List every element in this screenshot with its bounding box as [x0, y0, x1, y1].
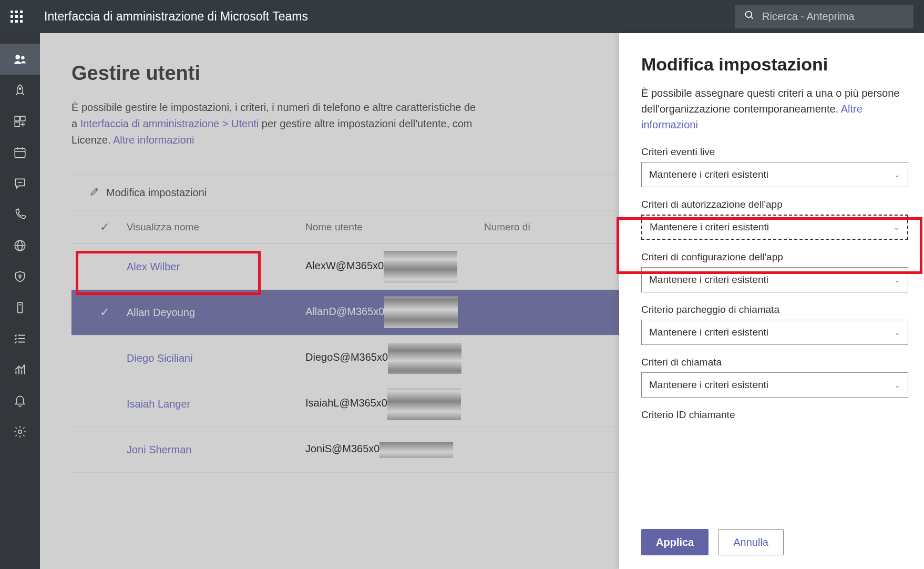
user-link[interactable]: Joni Sherman — [127, 444, 305, 456]
user-link[interactable]: Isaiah Langer — [127, 398, 305, 410]
nav-globe-icon[interactable] — [0, 230, 40, 261]
checkmark-icon: ✓ — [100, 306, 109, 319]
panel-title: Modifica impostazioni — [641, 54, 908, 75]
chevron-down-icon: ⌄ — [894, 170, 900, 179]
svg-point-2 — [15, 55, 20, 59]
nav-phone-icon[interactable] — [0, 199, 40, 230]
field-call-park: Criterio parcheggio di chiamata Mantener… — [641, 304, 908, 345]
redacted-text — [379, 442, 453, 458]
nav-bell-icon[interactable] — [0, 385, 40, 416]
chevron-down-icon: ⌄ — [894, 223, 900, 231]
nav-rocket-icon[interactable] — [0, 75, 40, 106]
svg-point-25 — [18, 430, 22, 433]
chevron-down-icon: ⌄ — [894, 328, 900, 337]
user-link[interactable]: Alex Wilber — [127, 261, 305, 273]
column-username[interactable]: Nome utente — [305, 221, 484, 233]
select-all-checkbox[interactable]: ✓ — [82, 220, 127, 234]
nav-pen-icon[interactable] — [0, 292, 40, 323]
nav-list-icon[interactable] — [0, 323, 40, 354]
redacted-text — [384, 251, 457, 282]
pencil-icon — [89, 186, 100, 199]
edit-settings-button[interactable]: Modifica impostazioni — [82, 181, 214, 205]
svg-rect-8 — [15, 148, 25, 157]
page-description: È possibile gestire le impostazioni, i c… — [71, 99, 597, 148]
svg-rect-5 — [15, 116, 19, 121]
svg-rect-6 — [20, 116, 25, 121]
nav-users-icon[interactable] — [0, 44, 40, 75]
breadcrumb-link[interactable]: Interfaccia di amministrazione > Utenti — [80, 118, 259, 129]
svg-line-1 — [751, 17, 753, 19]
search-placeholder: Ricerca - Anteprima — [762, 11, 855, 23]
panel-actions: Applica Annulla — [641, 529, 784, 555]
redacted-text — [384, 297, 458, 328]
edit-settings-label: Modifica impostazioni — [106, 187, 207, 199]
field-caller-id: Criterio ID chiamante — [641, 409, 908, 421]
dropdown-app-permission[interactable]: Mantenere i criteri esistenti ⌄ — [641, 215, 908, 240]
edit-settings-panel: Modifica impostazioni È possibile assegn… — [619, 33, 924, 569]
column-display-name[interactable]: Visualizza nome — [127, 221, 305, 233]
cancel-button[interactable]: Annulla — [718, 529, 784, 555]
chevron-down-icon: ⌄ — [894, 381, 900, 389]
user-link[interactable]: Allan Deyoung — [127, 307, 305, 319]
field-calling: Criteri di chiamata Mantenere i criteri … — [641, 357, 908, 398]
dropdown-live-events[interactable]: Mantenere i criteri esistenti ⌄ — [641, 162, 908, 187]
app-title: Interfaccia di amministrazione di Micros… — [44, 9, 308, 24]
svg-point-4 — [19, 88, 20, 89]
search-input[interactable]: Ricerca - Anteprima — [735, 5, 913, 28]
nav-settings-icon[interactable] — [0, 416, 40, 447]
nav-chat-icon[interactable] — [0, 168, 40, 199]
apply-button[interactable]: Applica — [641, 529, 709, 555]
svg-point-3 — [21, 56, 24, 59]
field-app-setup: Criteri di configurazione dell'app Mante… — [641, 251, 908, 292]
chevron-down-icon: ⌄ — [894, 276, 900, 284]
svg-point-16 — [19, 275, 21, 277]
dropdown-calling[interactable]: Mantenere i criteri esistenti ⌄ — [641, 372, 908, 398]
svg-rect-7 — [15, 122, 19, 127]
nav-analytics-icon[interactable] — [0, 354, 40, 385]
nav-calendar-icon[interactable] — [0, 137, 40, 168]
dropdown-app-setup[interactable]: Mantenere i criteri esistenti ⌄ — [641, 267, 908, 292]
top-header: Interfaccia di amministrazione di Micros… — [0, 0, 924, 33]
column-phone[interactable]: Numero di — [484, 221, 589, 233]
redacted-text — [387, 388, 461, 420]
redacted-text — [388, 342, 461, 374]
more-info-link[interactable]: Altre informazioni — [113, 134, 194, 146]
user-link[interactable]: Diego Siciliani — [127, 352, 305, 364]
nav-apps-icon[interactable] — [0, 106, 40, 137]
dropdown-call-park[interactable]: Mantenere i criteri esistenti ⌄ — [641, 320, 908, 345]
left-nav-rail — [0, 33, 40, 569]
field-live-events: Criteri eventi live Mantenere i criteri … — [641, 146, 908, 187]
svg-point-0 — [746, 12, 752, 18]
nav-shield-icon[interactable] — [0, 261, 40, 292]
field-app-permission: Criteri di autorizzazione dell'app Mante… — [641, 199, 908, 240]
svg-rect-17 — [18, 302, 23, 313]
app-launcher-icon[interactable] — [11, 11, 23, 23]
panel-description: È possibile assegnare questi criteri a u… — [641, 85, 908, 133]
search-icon — [744, 10, 755, 23]
